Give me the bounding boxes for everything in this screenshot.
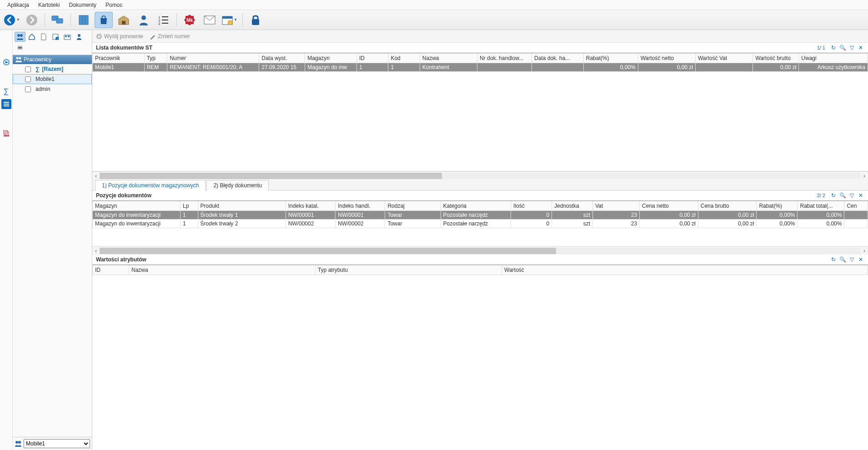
column-header[interactable]: Pracownik xyxy=(93,54,145,63)
column-header[interactable]: Nr dok. handlow... xyxy=(477,54,532,63)
column-header[interactable]: Rabat(%) xyxy=(583,54,638,63)
menu-dokumenty[interactable]: Dokumenty xyxy=(64,1,101,9)
menu-aplikacja[interactable]: Aplikacja xyxy=(3,1,34,9)
clear-filter-icon[interactable]: ✕ xyxy=(857,44,864,51)
toolbar-calendar-icon[interactable]: ▼ xyxy=(221,12,239,28)
column-header[interactable]: Indeks katal. xyxy=(286,201,335,211)
rail-remove-icon[interactable] xyxy=(1,128,11,138)
column-header[interactable]: Wartość brutto xyxy=(753,54,799,63)
column-header[interactable]: Data dok. ha... xyxy=(532,54,584,63)
documents-hscroll[interactable]: ‹ › xyxy=(92,171,868,180)
search-icon[interactable]: 🔍 xyxy=(839,192,846,199)
toolbar-shopping-bag-icon[interactable] xyxy=(95,12,113,28)
toolbar-envelope-icon[interactable] xyxy=(201,12,219,28)
tree-item[interactable]: Mobile1 xyxy=(13,74,92,84)
column-header[interactable]: Nazwa xyxy=(420,54,477,63)
column-header[interactable]: Cena brutto xyxy=(698,201,757,211)
tree-item-checkbox[interactable] xyxy=(25,86,31,92)
rail-play-icon[interactable] xyxy=(1,57,11,67)
sidebar-tb-home-icon[interactable] xyxy=(26,32,37,42)
column-header[interactable]: Cena netto xyxy=(640,201,698,211)
column-header[interactable]: Indeks handl. xyxy=(336,201,385,211)
column-header[interactable]: Rabat total(... xyxy=(798,201,844,211)
tree-item-checkbox[interactable] xyxy=(25,66,31,72)
rail-sigma-icon[interactable]: ∑ xyxy=(1,86,11,96)
table-cell: Arkusz użytkownika xyxy=(799,63,868,72)
toolbar-mk-badge-icon[interactable]: Mk xyxy=(181,12,199,28)
table-row[interactable]: Magazyn do inwentaryzacji1Środek trwały … xyxy=(93,220,868,228)
column-header[interactable]: Numer xyxy=(167,54,259,63)
search-icon[interactable]: 🔍 xyxy=(839,256,846,263)
column-header[interactable]: Cen xyxy=(844,201,868,211)
toolbar-list-icon[interactable]: 123 xyxy=(155,12,173,28)
sidebar-tb-document-icon[interactable] xyxy=(38,32,49,42)
column-header[interactable]: Wartość Vat xyxy=(695,54,753,63)
scroll-left-icon[interactable]: ‹ xyxy=(92,248,100,254)
rail-list-icon[interactable] xyxy=(1,99,11,109)
scroll-right-icon[interactable]: › xyxy=(861,173,868,179)
column-header[interactable]: Rodzaj xyxy=(385,201,441,211)
clear-filter-icon[interactable]: ✕ xyxy=(857,192,864,199)
scroll-right-icon[interactable]: › xyxy=(861,248,868,254)
search-icon[interactable]: 🔍 xyxy=(839,44,846,51)
column-header[interactable]: Jednostka xyxy=(552,201,593,211)
tree-item[interactable]: ∑[Razem] xyxy=(13,64,92,74)
change-number-label: Zmień numer xyxy=(158,33,190,40)
sidebar-tb-users-icon[interactable] xyxy=(15,32,25,42)
sidebar-tb-expand-icon[interactable] xyxy=(15,43,25,53)
table-row[interactable]: Mobile1REMREMANENT: REM/0001/20; A27.09.… xyxy=(93,63,868,72)
toolbar-warehouse-icon[interactable] xyxy=(115,12,133,28)
column-header[interactable]: Nazwa xyxy=(129,265,316,275)
sidebar-tb-user-icon[interactable] xyxy=(74,32,85,42)
filter-icon[interactable]: ▽ xyxy=(848,256,855,263)
column-header[interactable]: Data wyst. xyxy=(259,54,305,63)
nav-forward-button[interactable] xyxy=(23,12,41,28)
refresh-icon[interactable]: ↻ xyxy=(830,256,837,263)
column-header[interactable]: Uwagi xyxy=(799,54,868,63)
tree-header[interactable]: Pracownicy xyxy=(13,55,92,64)
toolbar-binders-icon[interactable] xyxy=(75,12,93,28)
column-header[interactable]: ID xyxy=(356,54,388,63)
column-header[interactable]: Produkt xyxy=(198,201,286,211)
tree-item-checkbox[interactable] xyxy=(25,76,31,82)
refresh-icon[interactable]: ↻ xyxy=(830,44,837,51)
filter-icon[interactable]: ▽ xyxy=(848,192,855,199)
toolbar-person-icon[interactable] xyxy=(135,12,153,28)
column-header[interactable]: Lp xyxy=(181,201,198,211)
column-header[interactable]: Ilość xyxy=(511,201,552,211)
column-header[interactable]: Rabat(%) xyxy=(757,201,798,211)
send-again-button[interactable]: Wyślij ponownie xyxy=(96,33,143,40)
nav-back-button[interactable]: ▼ xyxy=(3,12,21,28)
column-header[interactable]: Kod xyxy=(388,54,420,63)
attributes-grid-scroll[interactable]: IDNazwaTyp atrybutuWartość xyxy=(92,265,868,450)
sidebar-tb-group-icon[interactable] xyxy=(62,32,73,42)
column-header[interactable]: Typ xyxy=(144,54,167,63)
column-header[interactable]: Typ atrybutu xyxy=(316,265,502,275)
toolbar-lock-icon[interactable] xyxy=(246,12,265,28)
column-header[interactable]: Wartość xyxy=(502,265,868,275)
column-header[interactable]: Magazyn xyxy=(305,54,357,63)
column-header[interactable]: Kategoria xyxy=(441,201,511,211)
scroll-left-icon[interactable]: ‹ xyxy=(92,173,100,179)
column-header[interactable]: ID xyxy=(93,265,129,275)
tree-item[interactable]: admin xyxy=(13,84,92,94)
change-number-button[interactable]: Zmień numer xyxy=(150,33,190,40)
menu-pomoc[interactable]: Pomoc xyxy=(101,1,127,9)
column-header[interactable]: Vat xyxy=(593,201,640,211)
column-header[interactable]: Wartość netto xyxy=(638,54,695,63)
toolbar-computers-icon[interactable] xyxy=(49,12,67,28)
sidebar-tb-info-icon[interactable]: i xyxy=(50,32,61,42)
menu-kartoteki[interactable]: Kartoteki xyxy=(34,1,64,9)
clear-filter-icon[interactable]: ✕ xyxy=(857,256,864,263)
column-header[interactable]: Magazyn xyxy=(93,201,181,211)
refresh-icon[interactable]: ↻ xyxy=(830,192,837,199)
table-row[interactable]: Magazyn do inwentaryzacji1Środek trwały … xyxy=(93,211,868,220)
tab-errors[interactable]: 2) Błędy dokumentu xyxy=(206,180,269,190)
documents-grid-scroll[interactable]: PracownikTypNumerData wyst.MagazynIDKodN… xyxy=(92,53,868,171)
footer-employee-select[interactable]: Mobile1 xyxy=(24,439,90,448)
positions-grid-scroll[interactable]: MagazynLpProduktIndeks katal.Indeks hand… xyxy=(92,201,868,246)
svg-rect-35 xyxy=(64,35,70,40)
filter-icon[interactable]: ▽ xyxy=(848,44,855,51)
tab-positions[interactable]: 1) Pozycje dokumentów magazynowych xyxy=(95,180,206,190)
positions-hscroll[interactable]: ‹ › xyxy=(92,246,868,255)
